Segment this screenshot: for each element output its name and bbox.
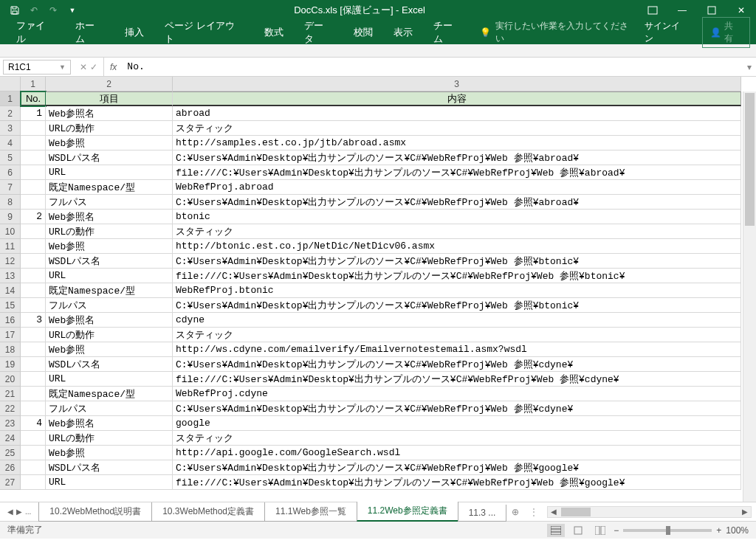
tab-page-layout[interactable]: ページ レイアウト	[154, 21, 255, 44]
cell[interactable]: WebRefProj.btonic	[173, 283, 741, 298]
cell[interactable]	[21, 357, 46, 372]
row-header[interactable]: 6	[0, 165, 21, 180]
row-header[interactable]: 22	[0, 401, 21, 416]
cell[interactable]: WebRefProj.cdyne	[173, 387, 741, 401]
redo-button[interactable]: ↷	[44, 1, 62, 19]
row-header[interactable]: 14	[0, 283, 21, 298]
cell[interactable]: URL	[46, 372, 173, 387]
cell[interactable]: C:¥Users¥Admin¥Desktop¥出力サンプルのソース¥C#¥Web…	[173, 151, 741, 165]
cell[interactable]	[21, 387, 46, 401]
zoom-out-button[interactable]: −	[614, 525, 619, 536]
cell[interactable]: スタティック	[173, 431, 741, 446]
row-header[interactable]: 24	[0, 431, 21, 446]
cell[interactable]: 1	[21, 106, 46, 121]
cell[interactable]: スタティック	[173, 328, 741, 342]
signin-link[interactable]: サインイン	[637, 20, 696, 45]
tell-me-search[interactable]: 💡 実行したい作業を入力してください	[480, 20, 637, 45]
cell[interactable]: WSDLパス名	[46, 357, 173, 372]
row-header[interactable]: 3	[0, 121, 21, 136]
sheet-tab[interactable]: 10.2WebMethod説明書	[38, 502, 152, 522]
vertical-scrollbar[interactable]	[743, 91, 756, 502]
cell[interactable]: Web参照名	[46, 416, 173, 431]
row-header[interactable]: 17	[0, 328, 21, 342]
cell[interactable]	[21, 460, 46, 475]
share-button[interactable]: 👤 共有	[702, 17, 750, 48]
row-header[interactable]: 20	[0, 372, 21, 387]
row-header[interactable]: 23	[0, 416, 21, 431]
cell[interactable]: Web参照	[46, 239, 173, 254]
cell[interactable]	[21, 475, 46, 490]
zoom-slider[interactable]	[623, 529, 712, 532]
zoom-level[interactable]: 100%	[726, 525, 749, 536]
cell[interactable]: C:¥Users¥Admin¥Desktop¥出力サンプルのソース¥C#¥Web…	[173, 460, 741, 475]
row-header[interactable]: 2	[0, 106, 21, 121]
scroll-right-icon[interactable]: ▶	[739, 508, 751, 516]
cell[interactable]: google	[173, 416, 741, 431]
cell[interactable]	[21, 180, 46, 195]
cell[interactable]	[21, 401, 46, 416]
tab-data[interactable]: データ	[294, 21, 343, 44]
cell[interactable]: C:¥Users¥Admin¥Desktop¥出力サンプルのソース¥C#¥Web…	[173, 357, 741, 372]
tab-ellipsis[interactable]: ...	[25, 508, 31, 516]
cell[interactable]: C:¥Users¥Admin¥Desktop¥出力サンプルのソース¥C#¥Web…	[173, 195, 741, 210]
cell[interactable]: 項目	[46, 91, 173, 106]
horizontal-scrollbar[interactable]: ◀ ▶	[547, 506, 752, 518]
scrollbar-thumb[interactable]	[561, 508, 591, 516]
cell[interactable]	[21, 283, 46, 298]
row-header[interactable]: 15	[0, 298, 21, 313]
sheet-tab[interactable]: 11.3 ...	[458, 505, 507, 522]
cell[interactable]: file:///C:¥Users¥Admin¥Desktop¥出力サンプルのソー…	[173, 372, 741, 387]
cell[interactable]: URL	[46, 475, 173, 490]
cell[interactable]: Web参照名	[46, 313, 173, 328]
cell[interactable]: URL	[46, 269, 173, 283]
cell[interactable]	[21, 224, 46, 239]
cell[interactable]: 内容	[173, 91, 741, 106]
cell[interactable]	[21, 372, 46, 387]
cell[interactable]: WSDLパス名	[46, 460, 173, 475]
formula-input[interactable]: No.	[123, 61, 743, 72]
cell[interactable]	[21, 431, 46, 446]
name-box[interactable]: R1C1 ▼	[3, 60, 71, 75]
cell[interactable]: C:¥Users¥Admin¥Desktop¥出力サンプルのソース¥C#¥Web…	[173, 254, 741, 269]
tab-review[interactable]: 校閲	[343, 21, 383, 44]
tab-next-icon[interactable]: ▶	[16, 508, 22, 516]
row-header[interactable]: 5	[0, 151, 21, 165]
view-page-layout-button[interactable]	[569, 524, 587, 537]
cell[interactable]	[21, 446, 46, 460]
fx-button[interactable]: fx	[104, 62, 123, 72]
cell[interactable]: 2	[21, 210, 46, 224]
tab-file[interactable]: ファイル	[6, 21, 65, 44]
cell[interactable]: file:///C:¥Users¥Admin¥Desktop¥出力サンプルのソー…	[173, 165, 741, 180]
col-header[interactable]: 2	[46, 77, 173, 91]
cell[interactable]: C:¥Users¥Admin¥Desktop¥出力サンプルのソース¥C#¥Web…	[173, 401, 741, 416]
cell[interactable]	[21, 269, 46, 283]
zoom-in-button[interactable]: +	[716, 525, 721, 536]
cell[interactable]	[21, 195, 46, 210]
row-header[interactable]: 21	[0, 387, 21, 401]
cell[interactable]	[21, 151, 46, 165]
cell[interactable]	[21, 165, 46, 180]
cell[interactable]: スタティック	[173, 121, 741, 136]
formula-expand-icon[interactable]: ▾	[743, 62, 756, 72]
cell[interactable]: Web参照名	[46, 210, 173, 224]
cell[interactable]: http://btonic.est.co.jp/NetDic/NetDicv06…	[173, 239, 741, 254]
save-button[interactable]	[6, 1, 24, 19]
tab-formulas[interactable]: 数式	[254, 21, 294, 44]
scrollbar-thumb[interactable]	[745, 93, 755, 226]
cell[interactable]: URLの動作	[46, 431, 173, 446]
cancel-icon[interactable]: ✕	[80, 62, 87, 72]
undo-button[interactable]: ↶	[25, 1, 43, 19]
cell[interactable]: Web参照	[46, 136, 173, 151]
row-header[interactable]: 19	[0, 357, 21, 372]
row-header[interactable]: 25	[0, 446, 21, 460]
row-header[interactable]: 27	[0, 475, 21, 490]
chevron-down-icon[interactable]: ▼	[59, 63, 66, 71]
cell[interactable]: C:¥Users¥Admin¥Desktop¥出力サンプルのソース¥C#¥Web…	[173, 298, 741, 313]
sheet-tab[interactable]: 10.3WebMethod定義書	[151, 502, 265, 522]
cell[interactable]: URLの動作	[46, 328, 173, 342]
tab-navigation[interactable]: ◀ ▶ ...	[0, 508, 38, 516]
select-all-corner[interactable]	[0, 77, 21, 91]
cell[interactable]	[21, 328, 46, 342]
cell[interactable]: file:///C:¥Users¥Admin¥Desktop¥出力サンプルのソー…	[173, 269, 741, 283]
cell[interactable]: 3	[21, 313, 46, 328]
